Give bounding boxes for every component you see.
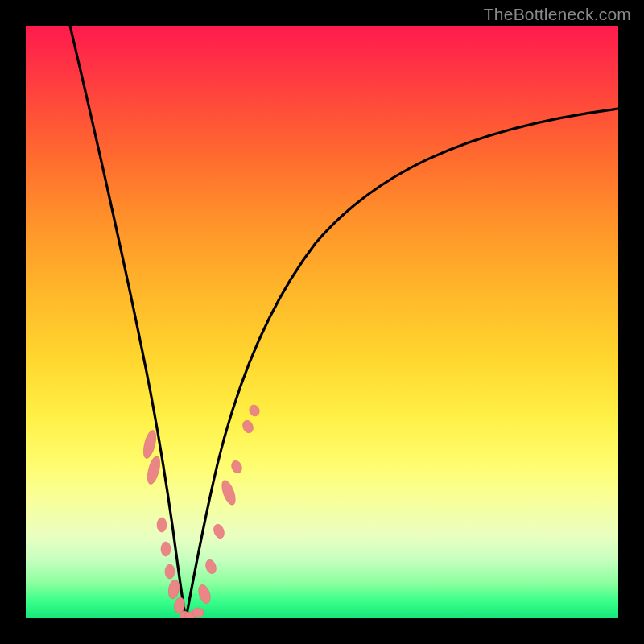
svg-point-4	[165, 564, 175, 579]
svg-point-9	[192, 608, 204, 617]
svg-point-16	[248, 403, 262, 418]
svg-point-14	[229, 459, 243, 474]
svg-point-10	[196, 584, 213, 605]
curve-layer	[26, 26, 618, 618]
svg-point-1	[145, 455, 162, 485]
svg-point-0	[141, 429, 158, 460]
svg-point-15	[241, 419, 254, 434]
right-branch-markers	[196, 403, 261, 605]
svg-point-11	[204, 559, 218, 576]
svg-point-3	[161, 542, 171, 556]
right-branch-curve	[186, 109, 618, 618]
watermark-text: TheBottleneck.com	[484, 5, 631, 24]
svg-point-2	[157, 518, 167, 532]
svg-point-13	[219, 479, 237, 507]
left-branch-curve	[70, 26, 186, 618]
chart-frame: TheBottleneck.com	[0, 0, 644, 644]
plot-area	[26, 26, 618, 618]
svg-point-12	[212, 522, 225, 539]
svg-point-5	[167, 579, 181, 600]
